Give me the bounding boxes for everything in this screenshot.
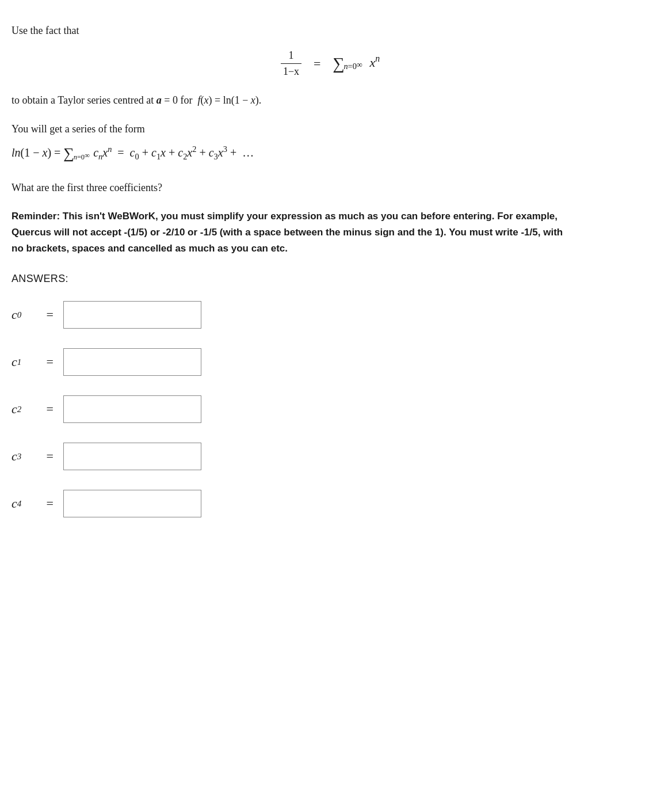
input-c2[interactable] — [63, 395, 201, 423]
xn-term: x — [369, 55, 375, 70]
use-fact-label: Use the fact that — [12, 25, 79, 36]
sigma-lower: n=0 — [343, 62, 356, 71]
answer-row-c2: c2 = — [12, 395, 649, 423]
series-sigma: ∑n=0∞ — [63, 140, 90, 167]
equals-c3: = — [43, 449, 56, 464]
equals-c4: = — [43, 496, 56, 511]
sigma-upper: ∞ — [357, 60, 362, 69]
sigma-notation: ∑n=0∞ xn — [333, 49, 380, 78]
series-form-intro: You will get a series of the form — [12, 121, 649, 137]
fraction-denominator: 1−x — [281, 64, 301, 78]
equals-c1: = — [43, 355, 56, 369]
main-formula: 1 1−x = ∑n=0∞ xn — [12, 49, 649, 79]
input-c4[interactable] — [63, 490, 201, 517]
answer-row-c1: c1 = — [12, 348, 649, 376]
intro-text: Use the fact that — [12, 23, 649, 39]
fraction-numerator: 1 — [281, 49, 301, 64]
to-obtain-line: to obtain a Taylor series centred at a =… — [12, 92, 649, 109]
xn-exp: n — [375, 54, 380, 64]
answers-label: ANSWERS: — [12, 273, 649, 285]
sigma-symbol: ∑ — [333, 55, 344, 73]
question-text: What are the first three coefficients? — [12, 182, 162, 193]
series-form-equation: ln(1 − x) = ∑n=0∞ cnxn = c0 + c1x + c2x2… — [12, 140, 649, 167]
fraction-display: 1 1−x — [281, 49, 301, 79]
input-c1[interactable] — [63, 348, 201, 376]
coefficients-question: What are the first three coefficients? — [12, 180, 649, 196]
input-c3[interactable] — [63, 443, 201, 470]
coeff-label-c0: c0 — [12, 307, 43, 322]
reminder-block: Reminder: This isn't WeBWorK, you must s… — [12, 208, 575, 257]
reminder-text: Reminder: This isn't WeBWorK, you must s… — [12, 211, 563, 254]
answer-row-c4: c4 = — [12, 490, 649, 517]
coeff-label-c3: c3 — [12, 449, 43, 464]
coeff-label-c1: c1 — [12, 355, 43, 369]
equals-c2: = — [43, 402, 56, 417]
coeff-label-c4: c4 — [12, 496, 43, 511]
input-c0[interactable] — [63, 301, 201, 329]
answer-row-c3: c3 = — [12, 443, 649, 470]
answers-label-text: ANSWERS: — [12, 273, 68, 284]
formula-equals: = — [311, 56, 324, 71]
equals-c0: = — [43, 307, 56, 322]
answer-row-c0: c0 = — [12, 301, 649, 329]
coeff-label-c2: c2 — [12, 402, 43, 417]
